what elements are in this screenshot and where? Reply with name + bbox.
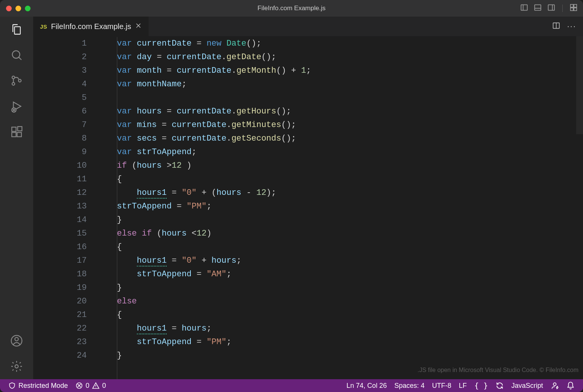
- source-control-icon[interactable]: [9, 73, 24, 88]
- line-number: 8: [33, 132, 100, 145]
- accounts-icon[interactable]: [9, 333, 24, 348]
- svg-point-13: [12, 83, 15, 85]
- window: FileInfo.com Example.js: [0, 0, 583, 392]
- line-number: 1: [33, 37, 100, 51]
- layout-left-icon[interactable]: [520, 3, 528, 13]
- close-window-button[interactable]: [6, 6, 12, 11]
- code-line[interactable]: }: [117, 349, 583, 363]
- line-number: 6: [33, 105, 100, 118]
- code-line[interactable]: strToAppend = "AM";: [117, 268, 583, 281]
- code-content[interactable]: var currentDate = new Date();var day = c…: [100, 36, 583, 363]
- restricted-mode-label: Restricted Mode: [18, 382, 68, 390]
- code-line[interactable]: [117, 91, 583, 105]
- feedback-icon[interactable]: [547, 379, 563, 392]
- braces-icon[interactable]: { }: [471, 379, 492, 392]
- eol-button[interactable]: LF: [455, 379, 471, 392]
- tab-close-icon[interactable]: [135, 22, 142, 31]
- code-line[interactable]: {: [117, 173, 583, 186]
- svg-rect-0: [521, 5, 528, 11]
- tab-active[interactable]: JS FileInfo.com Example.js: [33, 17, 149, 36]
- layout-right-icon[interactable]: [547, 3, 555, 13]
- minimize-window-button[interactable]: [15, 6, 21, 11]
- line-number: 16: [33, 240, 100, 254]
- code-line[interactable]: else: [117, 295, 583, 308]
- code-line[interactable]: {: [117, 308, 583, 322]
- editor-actions: ···: [552, 17, 583, 36]
- code-line[interactable]: var monthName;: [117, 78, 583, 91]
- explorer-icon[interactable]: [9, 22, 24, 37]
- encoding-button[interactable]: UTF-8: [428, 379, 455, 392]
- code-line[interactable]: else if (hours <12): [117, 227, 583, 240]
- code-line[interactable]: var hours = currentDate.getHours();: [117, 105, 583, 118]
- svg-rect-4: [548, 5, 555, 11]
- code-line[interactable]: if (hours >12 ): [117, 159, 583, 173]
- code-line[interactable]: var mins = currentDate.getMinutes();: [117, 118, 583, 132]
- notifications-bell-icon[interactable]: [563, 379, 578, 392]
- svg-rect-7: [574, 5, 577, 7]
- code-line[interactable]: var month = currentDate.getMonth() + 1;: [117, 64, 583, 78]
- tab-filename: FileInfo.com Example.js: [51, 22, 131, 31]
- line-number: 12: [33, 186, 100, 200]
- indentation-button[interactable]: Spaces: 4: [391, 379, 428, 392]
- line-number: 20: [33, 295, 100, 308]
- svg-point-25: [15, 365, 18, 368]
- svg-point-14: [18, 79, 21, 82]
- restricted-mode-button[interactable]: Restricted Mode: [5, 379, 72, 392]
- code-line[interactable]: var day = currentDate.getDate();: [117, 51, 583, 64]
- minimap-scroll-region[interactable]: [576, 36, 583, 134]
- separator: [562, 5, 563, 12]
- line-number: 15: [33, 227, 100, 240]
- line-number: 23: [33, 335, 100, 349]
- code-line[interactable]: strToAppend = "PM";: [117, 335, 583, 349]
- code-line[interactable]: var secs = currentDate.getSeconds();: [117, 132, 583, 145]
- language-mode-button[interactable]: JavaScript: [508, 379, 547, 392]
- customize-layout-icon[interactable]: [569, 3, 578, 13]
- sync-icon[interactable]: [492, 379, 508, 392]
- zoom-window-button[interactable]: [25, 6, 31, 11]
- code-line[interactable]: }: [117, 281, 583, 295]
- line-number: 7: [33, 118, 100, 132]
- svg-rect-9: [574, 8, 577, 11]
- activity-bar: [0, 17, 33, 379]
- svg-line-11: [19, 57, 21, 60]
- layout-bottom-icon[interactable]: [534, 3, 542, 13]
- line-number: 11: [33, 173, 100, 186]
- svg-rect-22: [18, 127, 22, 131]
- line-number: 3: [33, 64, 100, 78]
- line-number: 19: [33, 281, 100, 295]
- split-editor-icon[interactable]: [552, 21, 560, 31]
- code-line[interactable]: hours1 = hours;: [117, 322, 583, 335]
- window-title: FileInfo.com Example.js: [0, 5, 583, 12]
- svg-rect-2: [535, 5, 541, 11]
- svg-rect-19: [12, 127, 16, 131]
- run-debug-icon[interactable]: [9, 99, 24, 114]
- line-number-gutter: 123456789101112131415161718192021222324: [33, 36, 100, 363]
- problems-button[interactable]: 0 0: [72, 379, 110, 392]
- code-line[interactable]: hours1 = "0" + hours;: [117, 254, 583, 268]
- code-line[interactable]: }: [117, 213, 583, 227]
- cursor-position-button[interactable]: Ln 74, Col 26: [343, 379, 391, 392]
- svg-point-24: [15, 337, 18, 341]
- tab-bar: JS FileInfo.com Example.js ···: [33, 17, 583, 36]
- search-icon[interactable]: [9, 47, 24, 63]
- line-number: 22: [33, 322, 100, 335]
- code-line[interactable]: hours1 = "0" + (hours - 12);: [117, 186, 583, 200]
- line-number: 21: [33, 308, 100, 322]
- code-line[interactable]: var currentDate = new Date();: [117, 37, 583, 51]
- file-type-badge: JS: [40, 23, 47, 30]
- line-number: 17: [33, 254, 100, 268]
- line-number: 24: [33, 349, 100, 363]
- code-editor[interactable]: 123456789101112131415161718192021222324 …: [33, 36, 583, 379]
- more-actions-icon[interactable]: ···: [567, 22, 576, 31]
- code-line[interactable]: {: [117, 240, 583, 254]
- line-number: 13: [33, 200, 100, 213]
- editor-group: JS FileInfo.com Example.js ··· 123456789…: [33, 17, 583, 379]
- line-number: 2: [33, 51, 100, 64]
- extensions-icon[interactable]: [9, 124, 24, 139]
- titlebar: FileInfo.com Example.js: [0, 0, 583, 17]
- code-line[interactable]: var strToAppend;: [117, 145, 583, 159]
- settings-gear-icon[interactable]: [9, 359, 24, 374]
- svg-rect-21: [17, 132, 21, 136]
- svg-point-10: [12, 51, 20, 58]
- code-line[interactable]: strToAppend = "PM";: [117, 200, 583, 213]
